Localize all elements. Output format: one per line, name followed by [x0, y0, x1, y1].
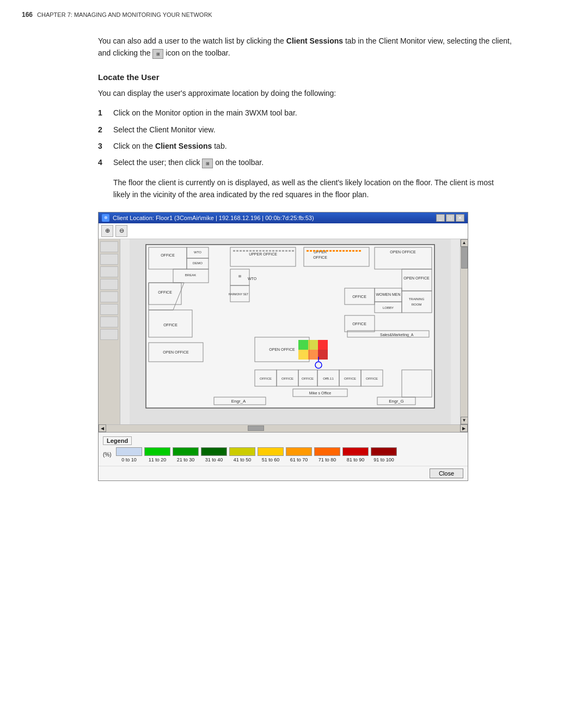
- svg-text:LOBBY: LOBBY: [383, 306, 394, 309]
- legend-item-3: 31 to 40: [201, 447, 227, 462]
- svg-text:⊞: ⊞: [238, 275, 241, 278]
- zoom-out-button[interactable]: ⊖: [115, 225, 127, 237]
- legend-item-2: 21 to 30: [173, 447, 199, 462]
- svg-text:WTO: WTO: [194, 251, 201, 254]
- svg-rect-22: [243, 250, 245, 252]
- svg-text:OFFICE: OFFICE: [344, 377, 356, 380]
- legend-color-7: [314, 447, 340, 456]
- svg-rect-47: [326, 250, 328, 252]
- svg-rect-36: [289, 250, 291, 252]
- steps-list: 1 Click on the Monitor option in the mai…: [98, 107, 512, 169]
- legend-color-8: [342, 447, 369, 456]
- restore-button[interactable]: □: [446, 214, 455, 222]
- window-controls[interactable]: _ □ ✕: [436, 214, 464, 222]
- svg-rect-35: [285, 250, 287, 252]
- left-bar-6: [100, 304, 118, 315]
- svg-rect-31: [272, 250, 274, 252]
- intro-text3: icon on the toolbar.: [166, 48, 230, 57]
- scroll-track[interactable]: [461, 247, 468, 417]
- content-area: You can also add a user to the watch lis…: [98, 35, 512, 481]
- svg-rect-28: [262, 250, 265, 252]
- step-3-num: 3: [98, 140, 108, 152]
- legend-range-7: 71 to 80: [318, 457, 336, 462]
- svg-rect-52: [342, 250, 345, 252]
- locate-user-icon: ⊞: [202, 159, 213, 168]
- close-button[interactable]: Close: [430, 468, 463, 478]
- scroll-thumb[interactable]: [461, 247, 468, 269]
- page-header: 166 Chapter 7: Managing and Monitoring Y…: [22, 11, 566, 19]
- legend-range-9: 91 to 100: [373, 457, 394, 462]
- svg-text:BREAK: BREAK: [185, 273, 196, 277]
- svg-text:WOMEN MEN: WOMEN MEN: [376, 293, 400, 296]
- section-description: You can display the user's approximate l…: [98, 87, 512, 99]
- svg-rect-27: [259, 250, 261, 252]
- minimize-button[interactable]: _: [436, 214, 445, 222]
- window-app-icon: ⊕: [102, 214, 109, 222]
- svg-rect-30: [269, 250, 271, 252]
- left-bar-7: [100, 317, 118, 327]
- svg-rect-41: [307, 250, 309, 252]
- svg-text:OFFICE: OFFICE: [366, 377, 378, 380]
- svg-rect-19: [233, 250, 235, 252]
- svg-text:OFFICE: OFFICE: [313, 255, 327, 259]
- intro-text1: You can also add a user to the watch lis…: [98, 36, 286, 45]
- legend-range-2: 21 to 30: [177, 457, 195, 462]
- step-1: 1 Click on the Monitor option in the mai…: [98, 107, 512, 119]
- svg-rect-45: [320, 250, 322, 252]
- svg-rect-71: [298, 340, 308, 350]
- scroll-down-arrow[interactable]: ▼: [461, 417, 468, 424]
- intro-paragraph: You can also add a user to the watch lis…: [98, 35, 512, 59]
- legend-color-6: [286, 447, 312, 456]
- legend-item-5: 51 to 60: [258, 447, 284, 462]
- svg-rect-24: [249, 250, 252, 252]
- svg-text:HARMONY SET: HARMONY SET: [229, 293, 249, 296]
- followon-text: The floor the client is currently on is …: [113, 176, 512, 201]
- svg-rect-74: [308, 350, 318, 360]
- svg-text:TRAINING: TRAINING: [409, 297, 425, 301]
- svg-text:OFFICE: OFFICE: [302, 377, 314, 380]
- step-3-bold: Client Sessions: [155, 142, 212, 150]
- legend-item-8: 81 to 90: [342, 447, 369, 462]
- legend-range-5: 51 to 60: [262, 457, 280, 462]
- zoom-in-button[interactable]: ⊕: [101, 225, 113, 237]
- scroll-left-arrow[interactable]: ◀: [99, 424, 106, 432]
- h-scroll-thumb[interactable]: [248, 425, 264, 431]
- svg-text:Engr_A: Engr_A: [231, 399, 246, 404]
- svg-text:DEMO: DEMO: [193, 261, 203, 265]
- svg-rect-53: [346, 250, 348, 252]
- legend-color-3: [201, 447, 227, 456]
- svg-text:OFFICE: OFFICE: [161, 253, 175, 257]
- client-sessions-icon: ⊞: [152, 49, 163, 59]
- legend-color-0: [116, 447, 142, 456]
- svg-rect-50: [336, 250, 338, 252]
- close-window-button[interactable]: ✕: [456, 214, 464, 222]
- step-3-text: Click on the Client Sessions tab.: [113, 140, 227, 152]
- page-number: 166: [22, 11, 33, 19]
- scroll-up-arrow[interactable]: ▲: [461, 239, 468, 247]
- svg-rect-75: [318, 340, 328, 350]
- legend-color-2: [173, 447, 199, 456]
- svg-rect-48: [329, 250, 332, 252]
- legend-color-4: [229, 447, 255, 456]
- scroll-right-arrow[interactable]: ▶: [460, 424, 468, 432]
- legend-item-6: 61 to 70: [286, 447, 312, 462]
- svg-text:ROOM: ROOM: [412, 303, 422, 306]
- legend-item-7: 71 to 80: [314, 447, 340, 462]
- svg-text:Engr_G: Engr_G: [389, 399, 404, 404]
- h-scroll-track[interactable]: [106, 425, 460, 431]
- svg-rect-72: [308, 340, 318, 350]
- left-bar-8: [100, 329, 118, 340]
- svg-text:Mike s Office: Mike s Office: [309, 391, 331, 395]
- svg-rect-20: [236, 250, 238, 252]
- svg-text:OFFICE: OFFICE: [352, 322, 366, 326]
- vertical-scrollbar[interactable]: ▲ ▼: [460, 239, 468, 424]
- left-bar-2: [100, 254, 118, 265]
- svg-rect-43: [313, 250, 315, 252]
- legend-range-8: 81 to 90: [347, 457, 365, 462]
- svg-rect-42: [310, 250, 312, 252]
- horizontal-scrollbar[interactable]: ◀ ▶: [99, 424, 468, 432]
- svg-text:WTO: WTO: [248, 277, 257, 281]
- svg-text:OPEN OFFICE: OPEN OFFICE: [403, 276, 430, 280]
- legend-range-0: 0 to 10: [121, 457, 137, 462]
- step-4: 4 Select the user; then click ⊞ on the t…: [98, 156, 512, 168]
